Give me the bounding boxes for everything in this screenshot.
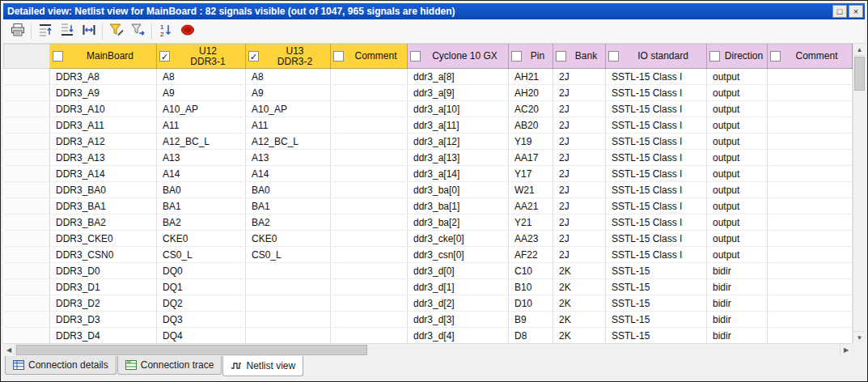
table-row[interactable]: DDR3_A11A11A11ddr3_a[11]AB202JSSTL-15 Cl…	[4, 117, 853, 134]
cell-u13[interactable]: A11	[246, 117, 331, 134]
cell-io-standard[interactable]: SSTL-15	[606, 312, 707, 328]
cell-mainboard[interactable]: DDR3_BA0	[50, 182, 157, 198]
cell-direction[interactable]: output	[707, 182, 768, 198]
cell-u12[interactable]: A8	[157, 69, 246, 85]
cell-direction[interactable]: output	[707, 101, 768, 117]
scroll-left-icon[interactable]: ◀	[3, 344, 15, 356]
cell-comment-fpga[interactable]	[768, 150, 853, 166]
cell-cyclone-10-gx[interactable]: ddr3_a[12]	[408, 134, 509, 150]
cell-comment-fpga[interactable]	[768, 101, 853, 117]
row-header-cell[interactable]	[4, 166, 50, 182]
cell-mainboard[interactable]: DDR3_D2	[50, 295, 157, 312]
cell-direction[interactable]: output	[707, 198, 768, 214]
apply-filter-button[interactable]	[127, 21, 149, 42]
cell-mainboard[interactable]: DDR3_D1	[50, 279, 157, 295]
cell-comment-fpga[interactable]	[768, 182, 853, 198]
cell-comment-board[interactable]	[331, 117, 408, 134]
cell-direction[interactable]: bidir	[707, 328, 768, 344]
cell-io-standard[interactable]: SSTL-15 Class I	[606, 117, 707, 134]
cell-comment-board[interactable]	[331, 328, 408, 344]
cell-io-standard[interactable]: SSTL-15 Class I	[606, 150, 707, 166]
cell-mainboard[interactable]: DDR3_A9	[50, 85, 157, 101]
cell-u12[interactable]: BA2	[157, 214, 246, 231]
column-checkbox-direction[interactable]	[709, 51, 720, 62]
column-header-u12[interactable]: ✓U12DDR3-1	[157, 45, 246, 69]
cell-u13[interactable]: BA0	[246, 182, 331, 198]
table-row[interactable]: DDR3_BA2BA2BA2ddr3_ba[2]Y212JSSTL-15 Cla…	[4, 214, 853, 231]
cell-comment-board[interactable]	[331, 214, 408, 231]
cell-u13[interactable]: A13	[246, 150, 331, 166]
cell-io-standard[interactable]: SSTL-15 Class I	[606, 247, 707, 263]
cell-pin[interactable]: AA21	[509, 198, 553, 214]
cell-comment-fpga[interactable]	[768, 295, 853, 312]
cell-io-standard[interactable]: SSTL-15	[606, 328, 707, 344]
cell-bank[interactable]: 2J	[553, 198, 606, 214]
close-button[interactable]: ×	[849, 5, 863, 18]
cell-u13[interactable]: CS0_L	[246, 247, 331, 263]
cell-mainboard[interactable]: DDR3_A10	[50, 101, 157, 117]
cell-io-standard[interactable]: SSTL-15 Class I	[606, 69, 707, 85]
cell-bank[interactable]: 2K	[553, 312, 606, 328]
row-header-cell[interactable]	[4, 263, 50, 279]
cell-mainboard[interactable]: DDR3_A12	[50, 134, 157, 150]
cell-comment-board[interactable]	[331, 134, 408, 150]
cell-pin[interactable]: W21	[509, 182, 553, 198]
cell-direction[interactable]: bidir	[707, 295, 768, 312]
column-header-pin[interactable]: Pin	[509, 45, 553, 69]
align-top-button[interactable]	[34, 21, 56, 42]
column-checkbox-u12[interactable]: ✓	[159, 51, 170, 62]
row-header-cell[interactable]	[4, 328, 50, 344]
cell-bank[interactable]: 2J	[553, 247, 606, 263]
cell-io-standard[interactable]: SSTL-15 Class I	[606, 166, 707, 182]
cell-cyclone-10-gx[interactable]: ddr3_a[14]	[408, 166, 509, 182]
row-header-cell[interactable]	[4, 295, 50, 312]
cell-pin[interactable]: Y19	[509, 134, 553, 150]
cell-mainboard[interactable]: DDR3_D0	[50, 263, 157, 279]
cell-pin[interactable]: AC20	[509, 101, 553, 117]
cell-cyclone-10-gx[interactable]: ddr3_d[3]	[408, 312, 509, 328]
cell-u12[interactable]: BA0	[157, 182, 246, 198]
cell-u12[interactable]: A10_AP	[157, 101, 246, 117]
cell-pin[interactable]: AA17	[509, 150, 553, 166]
cell-comment-board[interactable]	[331, 85, 408, 101]
cell-u12[interactable]: DQ4	[157, 328, 246, 344]
cell-comment-board[interactable]	[331, 312, 408, 328]
cell-mainboard[interactable]: DDR3_CSN0	[50, 247, 157, 263]
cell-comment-board[interactable]	[331, 231, 408, 247]
cell-mainboard[interactable]: DDR3_CKE0	[50, 231, 157, 247]
row-header-cell[interactable]	[4, 69, 50, 85]
cell-u13[interactable]: A14	[246, 166, 331, 182]
row-header-cell[interactable]	[4, 214, 50, 231]
cell-bank[interactable]: 2K	[553, 263, 606, 279]
cell-u13[interactable]: CKE0	[246, 231, 331, 247]
cell-u13[interactable]	[246, 328, 331, 344]
maximize-button[interactable]: □	[832, 5, 847, 18]
cell-comment-board[interactable]	[331, 198, 408, 214]
cell-u12[interactable]: A13	[157, 150, 246, 166]
cell-cyclone-10-gx[interactable]: ddr3_a[13]	[408, 150, 509, 166]
cell-mainboard[interactable]: DDR3_D3	[50, 312, 157, 328]
cell-pin[interactable]: D10	[509, 295, 553, 312]
cell-direction[interactable]: output	[707, 231, 768, 247]
cell-u12[interactable]: CS0_L	[157, 247, 246, 263]
table-row[interactable]: DDR3_A13A13A13ddr3_a[13]AA172JSSTL-15 Cl…	[4, 150, 853, 166]
cell-mainboard[interactable]: DDR3_A14	[50, 166, 157, 182]
cell-pin[interactable]: D8	[509, 328, 553, 344]
row-header-cell[interactable]	[4, 198, 50, 214]
cell-pin[interactable]: B9	[509, 312, 553, 328]
cell-bank[interactable]: 2J	[553, 85, 606, 101]
horizontal-scroll-thumb[interactable]	[16, 345, 367, 355]
cell-bank[interactable]: 2K	[553, 328, 606, 344]
cell-u12[interactable]: A14	[157, 166, 246, 182]
cell-pin[interactable]: B10	[509, 279, 553, 295]
vertical-scroll-thumb[interactable]	[854, 57, 865, 91]
cell-u12[interactable]: DQ3	[157, 312, 246, 328]
cell-mainboard[interactable]: DDR3_BA2	[50, 214, 157, 231]
cell-cyclone-10-gx[interactable]: ddr3_ba[0]	[408, 182, 509, 198]
cell-comment-fpga[interactable]	[768, 328, 853, 344]
table-row[interactable]: DDR3_CKE0CKE0CKE0ddr3_cke[0]AA232JSSTL-1…	[4, 231, 853, 247]
cell-direction[interactable]: output	[707, 247, 768, 263]
cell-pin[interactable]: AH21	[509, 69, 553, 85]
cell-u13[interactable]: BA2	[246, 214, 331, 231]
scroll-down-icon[interactable]: ▼	[853, 331, 865, 343]
